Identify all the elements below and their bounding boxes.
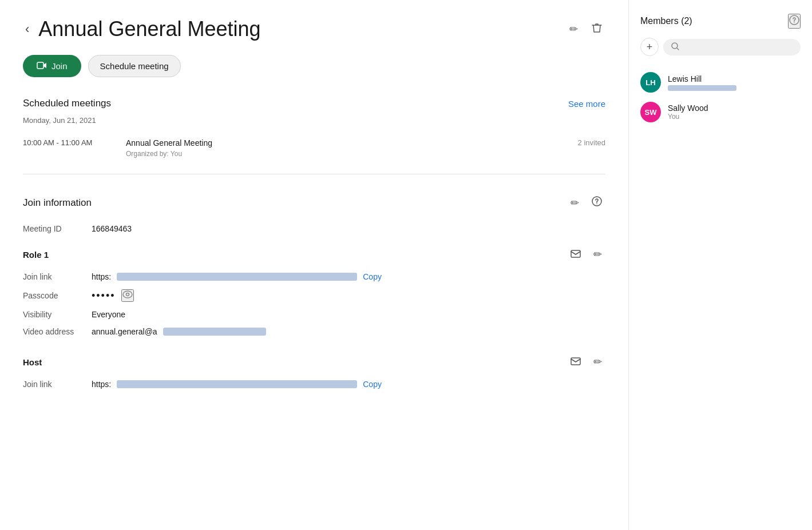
role1-passcode-value: ••••• (92, 289, 134, 302)
member-name-sw: Sally Wood (668, 103, 708, 113)
mail-icon (571, 249, 581, 260)
meeting-details: Annual General Meeting Organized by: You (126, 138, 567, 158)
trash-icon (592, 25, 602, 36)
role1-passcode-dots: ••••• (92, 290, 116, 302)
see-more-button[interactable]: See more (568, 99, 605, 109)
search-icon (671, 42, 679, 52)
role1-join-link-label: Join link (23, 272, 92, 281)
meeting-id-row: Meeting ID 166849463 (23, 224, 605, 233)
meeting-organizer: Organized by: You (126, 150, 567, 158)
svg-point-2 (596, 204, 597, 205)
host-edit-button[interactable]: ✏ (590, 352, 605, 372)
role1-video-address-row: Video address annual.general@a (23, 327, 605, 336)
host-section: Host ✏ Join l (23, 352, 605, 389)
member-you-sw: You (668, 113, 708, 121)
role1-visibility-row: Visibility Everyone (23, 310, 605, 319)
role1-mail-button[interactable] (567, 245, 584, 264)
host-join-link-prefix: https: (92, 380, 111, 389)
member-item-sw: SW Sally Wood You (640, 97, 801, 127)
role1-video-address-value: annual.general@a (92, 327, 266, 336)
page-header: ‹ Annual General Meeting ✏ (23, 17, 605, 41)
member-email-lh (668, 85, 736, 91)
join-info-icons: ✏ (567, 193, 605, 213)
add-member-button[interactable]: + (640, 38, 659, 56)
role1-video-address-label: Video address (23, 327, 92, 336)
scheduled-meetings-title: Scheduled meetings (23, 98, 111, 109)
host-title: Host (23, 357, 42, 367)
member-info-lh: Lewis Hill (668, 74, 736, 91)
sidebar-header: Members (2) (640, 14, 801, 29)
role1-video-address-prefix: annual.general@a (92, 327, 157, 336)
role1-visibility-value: Everyone (92, 310, 125, 319)
svg-rect-6 (571, 358, 580, 365)
svg-rect-3 (571, 250, 580, 257)
meeting-id-value: 166849463 (92, 224, 132, 233)
role1-header: Role 1 ✏ (23, 245, 605, 264)
edit-button[interactable]: ✏ (566, 19, 581, 39)
page-title: Annual General Meeting (38, 17, 260, 41)
role1-passcode-toggle[interactable] (121, 289, 134, 302)
page-header-left: ‹ Annual General Meeting (23, 17, 261, 41)
pencil-icon-role1: ✏ (593, 249, 602, 260)
svg-point-4 (123, 291, 132, 298)
header-icons: ✏ (566, 19, 605, 40)
role1-join-link-value: https: Copy (92, 272, 382, 281)
host-mail-button[interactable] (567, 352, 584, 372)
svg-point-8 (794, 22, 795, 23)
member-search-box (663, 39, 801, 55)
divider (23, 174, 605, 174)
role1-icons: ✏ (567, 245, 605, 264)
member-item: LH Lewis Hill (640, 67, 801, 97)
sidebar-title: Members (2) (640, 16, 692, 26)
host-join-link-label: Join link (23, 380, 92, 389)
host-icons: ✏ (567, 352, 605, 372)
join-info-help-button[interactable] (588, 193, 605, 213)
role1-copy-button[interactable]: Copy (363, 272, 382, 281)
meeting-row: 10:00 AM - 11:00 AM Annual General Meeti… (23, 131, 605, 165)
schedule-meeting-button[interactable]: Schedule meeting (88, 55, 181, 77)
role1-video-address-blurred (163, 328, 266, 336)
member-search-input[interactable] (683, 42, 793, 51)
host-header: Host ✏ (23, 352, 605, 372)
role1-passcode-label: Passcode (23, 291, 92, 300)
host-join-link-blurred (117, 380, 357, 388)
role1-title: Role 1 (23, 250, 49, 260)
role1-section: Role 1 ✏ Join (23, 245, 605, 336)
meeting-invited: 2 invited (578, 138, 605, 147)
video-camera-icon (37, 61, 47, 71)
pencil-icon-host: ✏ (593, 356, 602, 368)
sidebar: Members (2) + (629, 0, 812, 530)
host-join-link-value: https: Copy (92, 380, 382, 389)
scheduled-meetings-section-header: Scheduled meetings See more (23, 98, 605, 109)
meeting-name: Annual General Meeting (126, 138, 567, 148)
meeting-time: 10:00 AM - 11:00 AM (23, 138, 114, 147)
main-content: ‹ Annual General Meeting ✏ (0, 0, 629, 530)
meeting-date: Monday, Jun 21, 2021 (23, 116, 605, 125)
join-info-edit-button[interactable]: ✏ (567, 193, 583, 213)
member-name-lh: Lewis Hill (668, 74, 736, 83)
svg-rect-0 (37, 62, 43, 69)
role1-join-link-blurred (117, 273, 357, 281)
sidebar-toolbar: + (640, 38, 801, 56)
join-button[interactable]: Join (23, 55, 81, 77)
pencil-icon: ✏ (569, 23, 578, 35)
host-join-link-row: Join link https: Copy (23, 380, 605, 389)
join-info-header: Join information ✏ (23, 193, 605, 213)
delete-button[interactable] (588, 19, 605, 40)
role1-edit-button[interactable]: ✏ (590, 245, 605, 264)
question-icon (592, 197, 602, 209)
pencil-icon-join: ✏ (571, 197, 579, 209)
sidebar-help-button[interactable] (788, 14, 801, 29)
member-info-sw: Sally Wood You (668, 103, 708, 121)
role1-visibility-label: Visibility (23, 310, 92, 319)
host-copy-button[interactable]: Copy (363, 380, 382, 389)
member-avatar-lh: LH (640, 72, 661, 93)
role1-join-link-prefix: https: (92, 272, 111, 281)
svg-point-5 (126, 293, 129, 296)
mail-icon-host (571, 356, 581, 368)
member-avatar-sw: SW (640, 102, 661, 122)
back-button[interactable]: ‹ (23, 19, 31, 39)
role1-passcode-row: Passcode ••••• (23, 289, 605, 302)
join-info-title: Join information (23, 197, 92, 209)
role1-join-link-row: Join link https: Copy (23, 272, 605, 281)
